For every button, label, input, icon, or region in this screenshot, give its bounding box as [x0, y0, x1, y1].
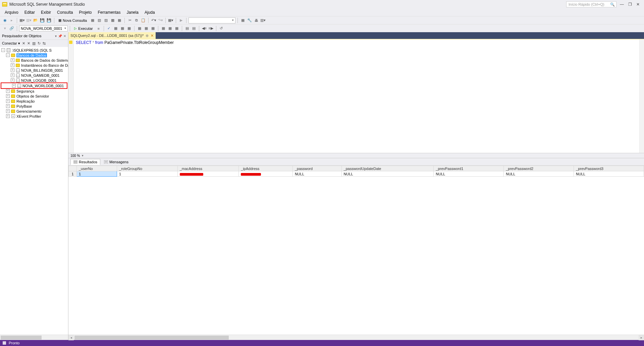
- new-item-button[interactable]: ▦▾: [19, 17, 25, 23]
- comment-button[interactable]: ▤: [184, 25, 190, 32]
- col-prevpassword1[interactable]: _prevPassword1: [434, 166, 504, 171]
- sql-file-tab[interactable]: SQLQuery2.sql - DE...LDDB_0001 (sa (57))…: [68, 32, 156, 39]
- new-query-button[interactable]: ▦ Nova Consulta: [56, 17, 89, 23]
- results-grid[interactable]: _userNo _roleGroupNo _macAddress _ipAddr…: [68, 166, 644, 177]
- tree-billingdb[interactable]: + NOVA_BILLINGDB_0001: [0, 68, 68, 73]
- cell-userno[interactable]: 1: [77, 171, 117, 177]
- menu-consulta[interactable]: Consulta: [54, 9, 75, 15]
- menu-exibir[interactable]: Exibir: [38, 9, 54, 15]
- specify-values-button[interactable]: ↺: [218, 25, 224, 32]
- props-button[interactable]: ▦▾: [168, 17, 174, 23]
- decrease-indent-button[interactable]: ◀≡: [201, 25, 207, 32]
- col-password[interactable]: _password: [292, 166, 341, 171]
- undo-button[interactable]: ↶▾: [151, 17, 157, 23]
- cell-ipaddress[interactable]: [239, 171, 293, 177]
- dropdown-icon[interactable]: ▾: [55, 34, 57, 38]
- tree-logdb[interactable]: + NOVA_LOGDB_0001: [0, 78, 68, 83]
- registered-servers-button[interactable]: 🔧: [247, 17, 253, 23]
- messages-tab[interactable]: Mensagens: [101, 159, 131, 165]
- connect-button[interactable]: Conectar ▾: [2, 41, 20, 46]
- cell-prevpassword3[interactable]: NULL: [574, 171, 644, 177]
- tree-gamedb[interactable]: + NOVA_GAMEDB_0001: [0, 73, 68, 78]
- row-number[interactable]: 1: [69, 171, 77, 177]
- menu-ajuda[interactable]: Ajuda: [142, 9, 158, 15]
- open-file-button[interactable]: 📂: [33, 17, 39, 23]
- intellisense-button[interactable]: ▦: [126, 25, 132, 32]
- refresh-icon[interactable]: ↻: [38, 41, 41, 46]
- cell-passwordupdatedate[interactable]: NULL: [341, 171, 434, 177]
- col-userno[interactable]: _userNo: [77, 166, 117, 171]
- object-tree[interactable]: − .\SQLEXPRESS (SQL S − Bancos de Dados …: [0, 47, 68, 335]
- pin-icon[interactable]: 📌: [58, 34, 62, 38]
- filter-icon[interactable]: ▥: [32, 41, 36, 46]
- client-stats-button[interactable]: ▦: [150, 25, 156, 32]
- maximize-button[interactable]: ❐: [628, 2, 632, 6]
- col-passwordupdatedate[interactable]: _passwordUpdateDate: [341, 166, 434, 171]
- live-stats-button[interactable]: ▦: [143, 25, 149, 32]
- menu-projeto[interactable]: Projeto: [76, 9, 94, 15]
- increase-indent-button[interactable]: ≡▶: [208, 25, 214, 32]
- tree-server-objects[interactable]: + Objetos de Servidor: [0, 94, 68, 99]
- close-button[interactable]: ✕: [636, 2, 640, 6]
- cell-macaddress[interactable]: [177, 171, 239, 177]
- tree-security[interactable]: + Segurança: [0, 89, 68, 94]
- database-combo[interactable]: NOVA_WORLDDB_0001 ▼: [19, 25, 68, 32]
- stop-icon[interactable]: ✕: [27, 41, 30, 46]
- save-all-button[interactable]: 💾: [46, 17, 52, 23]
- cell-rolegroupno[interactable]: 1: [117, 171, 178, 177]
- tree-management[interactable]: + Gerenciamento: [0, 109, 68, 114]
- col-prevpassword3[interactable]: _prevPassword3: [574, 166, 644, 171]
- col-macaddress[interactable]: _macAddress: [177, 166, 239, 171]
- quick-launch-input[interactable]: Início Rápido (Ctrl+Q) 🔍: [566, 1, 616, 7]
- open-project-button[interactable]: ▥▾: [26, 17, 32, 23]
- object-explorer-button[interactable]: ▥▾: [260, 17, 266, 23]
- col-prevpassword2[interactable]: _prevPassword2: [504, 166, 574, 171]
- sql-code[interactable]: SELECT * from PaGamePrivate.TblRoleGroup…: [76, 40, 174, 45]
- tree-replication[interactable]: + Replicação: [0, 99, 68, 104]
- table-row[interactable]: 1 1 1 NULL NULL NULL NULL NULL: [69, 171, 644, 177]
- cell-password[interactable]: NULL: [292, 171, 341, 177]
- tree-databases[interactable]: − Bancos de Dados: [0, 53, 68, 58]
- menu-arquivo[interactable]: Arquivo: [2, 9, 21, 15]
- parse-button[interactable]: ✓: [106, 25, 112, 32]
- menu-ferramentas[interactable]: Ferramentas: [95, 9, 123, 15]
- objexp-scrollbar-x[interactable]: [0, 335, 68, 340]
- change-connection-button[interactable]: 🔗: [9, 25, 15, 32]
- uncomment-button[interactable]: ▤: [191, 25, 197, 32]
- xmla-query-button[interactable]: ▦: [116, 17, 122, 23]
- connection-button[interactable]: ▾: [2, 25, 8, 32]
- tree-snapshots[interactable]: + Instantâneos do Banco de Dado: [0, 63, 68, 68]
- paste-button[interactable]: 📋: [140, 17, 146, 23]
- cell-prevpassword1[interactable]: NULL: [434, 171, 504, 177]
- col-ipaddress[interactable]: _ipAddress: [239, 166, 293, 171]
- sync-icon[interactable]: ⇆: [43, 41, 46, 46]
- cut-button[interactable]: ✂: [127, 17, 133, 23]
- empty-combo[interactable]: ▼: [189, 17, 235, 23]
- scroll-left-icon[interactable]: ◂: [68, 335, 74, 340]
- sql-editor[interactable]: SELECT * from PaGamePrivate.TblRoleGroup…: [68, 39, 644, 153]
- tab-pin-icon[interactable]: ⊕: [146, 34, 149, 38]
- scroll-thumb[interactable]: [74, 336, 229, 340]
- results-text-button[interactable]: ▦: [160, 25, 166, 32]
- include-plan-button[interactable]: ▦: [137, 25, 143, 32]
- results-scrollbar-x[interactable]: ◂ ▸: [68, 335, 644, 340]
- scroll-right-icon[interactable]: ▸: [639, 335, 644, 340]
- copy-button[interactable]: ⧉: [133, 17, 140, 23]
- engine-query-button[interactable]: ▦: [90, 17, 96, 23]
- estimated-plan-button[interactable]: ▦: [113, 25, 119, 32]
- results-grid-button[interactable]: ▦: [167, 25, 173, 32]
- tree-server-root[interactable]: − .\SQLEXPRESS (SQL S: [0, 48, 68, 53]
- close-panel-icon[interactable]: ✕: [63, 34, 66, 38]
- save-button[interactable]: 💾: [39, 17, 45, 23]
- tree-polybase[interactable]: + PolyBase: [0, 104, 68, 109]
- zoom-value[interactable]: 100 %: [70, 154, 80, 158]
- execute-button[interactable]: ▷ Executar: [72, 25, 95, 32]
- results-file-button[interactable]: ▦: [174, 25, 180, 32]
- activity-monitor-button[interactable]: ▦: [240, 17, 246, 23]
- cell-prevpassword2[interactable]: NULL: [504, 171, 574, 177]
- template-browser-button[interactable]: 🖶: [253, 17, 259, 23]
- results-tab[interactable]: Resultados: [70, 159, 100, 165]
- menu-editar[interactable]: Editar: [22, 9, 38, 15]
- tree-system-databases[interactable]: + Bancos de Dados do Sistema: [0, 58, 68, 63]
- tree-xevent[interactable]: +x XEvent Profiler: [0, 114, 68, 119]
